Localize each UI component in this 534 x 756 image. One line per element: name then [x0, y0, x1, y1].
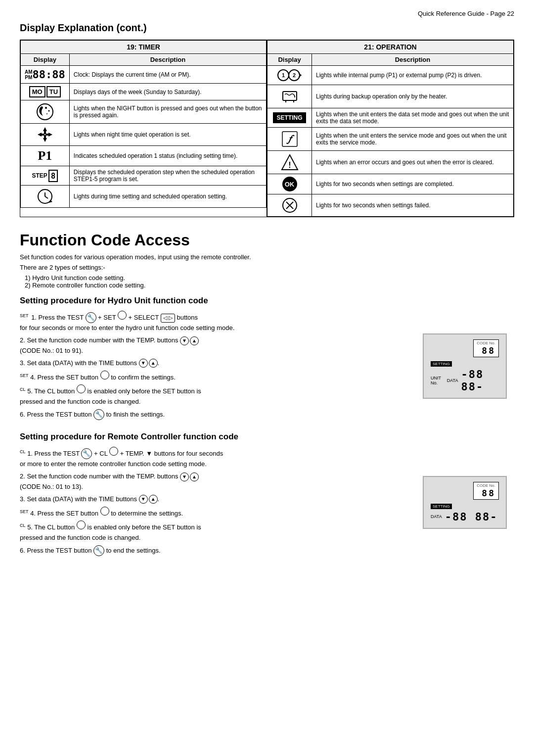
mo-tu-display: MO TU [21, 84, 70, 100]
fca-list-item-2: 2) Remote controller function code setti… [25, 282, 514, 289]
panel-r-code-digits: CODE No. 88 [473, 482, 499, 500]
test-r-btn-icon: 🔧 [81, 448, 92, 459]
fca-intro2: There are 2 types of settings:- [20, 264, 514, 271]
service-description: Lights when the unit enters the service … [312, 128, 514, 151]
panel-r-digits: -88 88- [445, 511, 498, 523]
table-row: SETTING Lights when the unit enters the … [267, 108, 514, 128]
svg-marker-8 [38, 133, 42, 137]
cl-r2-btn-icon [77, 520, 86, 529]
clock-description: Clock: Displays the current time (AM or … [69, 66, 266, 84]
svg-text:𝑓: 𝑓 [286, 133, 295, 144]
set-button-icon [118, 311, 127, 320]
r-setting-label: SETTING [431, 504, 452, 509]
svg-text:2: 2 [292, 72, 295, 78]
p1-description: Indicates scheduled operation 1 status (… [69, 146, 266, 166]
cross-arrows-description: Lights when night time quiet operation i… [69, 124, 266, 146]
svg-point-1 [45, 107, 47, 109]
clock-display: AMPM 88:88 [21, 66, 70, 84]
svg-rect-7 [44, 135, 46, 139]
svg-rect-5 [44, 131, 46, 134]
svg-rect-11 [45, 134, 49, 136]
heater-icon [281, 88, 299, 105]
cl-r-btn-icon [109, 447, 118, 456]
timer-table-title: 19: TIMER [21, 41, 267, 54]
remote-section-title: Setting procedure for Remote Controller … [20, 432, 514, 442]
night-icon-display [21, 100, 70, 124]
svg-marker-10 [48, 133, 52, 137]
table-row: P1 Indicates scheduled operation 1 statu… [21, 146, 267, 166]
remote-step-4: SET 4. Press the SET button to determine… [20, 507, 405, 519]
step-display: STEP 8 [21, 166, 70, 186]
remote-procedure: CL 1. Press the TEST 🔧 + CL + TEMP. ▼ bu… [20, 447, 514, 558]
circle-x-icon [281, 197, 298, 214]
page-header: Quick Reference Guide - Page 22 [20, 10, 514, 17]
temp-down-icon: ▼ ▲ [180, 336, 199, 345]
remote-display-panel: CODE No. 88 SETTING DATA -88 88- [423, 476, 507, 529]
pump-circles-icon: 1 2 [277, 68, 302, 82]
test-button-icon: 🔧 [86, 312, 96, 323]
heater-description: Lights during backup operation only by t… [312, 85, 514, 108]
fca-list: 1) Hydro Unit function code setting. 2) … [25, 274, 514, 289]
temp-r-down-icon: ▼ ▲ [180, 472, 199, 481]
hydro-step-2: 2. Set the function code number with the… [20, 335, 405, 356]
select-arrows-icon: ◁ ▷ [161, 314, 175, 323]
remote-step-3: 3. Set data (DATA) with the TIME buttons… [20, 494, 405, 505]
night-description: Lights when the NIGHT button is pressed … [69, 100, 266, 124]
timer-table: 19: TIMER Display Description AMPM 88:88… [20, 40, 267, 217]
warning-display: ! [267, 151, 312, 174]
panel-unit-row: UNIT No. DATA -88 88- [431, 368, 499, 393]
pump-display: 1 2 [267, 66, 312, 85]
set-r-btn-icon [100, 507, 109, 516]
svg-point-3 [46, 113, 47, 114]
function-code-access-section: Function Code Access Set function codes … [20, 231, 514, 558]
setting-display: SETTING [267, 108, 312, 128]
service-display: 𝑓 [267, 128, 312, 151]
hydro-section-title: Setting procedure for Hydro Unit functio… [20, 296, 514, 306]
cross-arrows-display [21, 124, 70, 146]
fca-intro1: Set function codes for various operation… [20, 253, 514, 261]
remote-step-5: CL 5. The CL button is enabled only befo… [20, 520, 405, 543]
panel-code-row: CODE No. 88 [431, 339, 499, 357]
ok-display: OK [267, 174, 312, 194]
fca-list-item-1: 1) Hydro Unit function code setting. [25, 274, 514, 282]
remote-step-6: 6. Press the TEST button 🔧 to end the se… [20, 545, 405, 556]
remote-step-2: 2. Set the function code number with the… [20, 472, 405, 492]
table-row: 1 2 Lights while internal pump (P1) or e… [267, 66, 514, 85]
hydro-step-5: CL 5. The CL button is enabled only befo… [20, 384, 405, 407]
table-row: Lights for two seconds when settings fai… [267, 194, 514, 217]
timer-col-description: Description [69, 54, 266, 66]
remote-steps: CL 1. Press the TEST 🔧 + CL + TEMP. ▼ bu… [20, 447, 405, 558]
ok-description: Lights for two seconds when settings are… [312, 174, 514, 194]
table-row: Lights during time setting and scheduled… [21, 186, 267, 208]
clock-arrow-description: Lights during time setting and scheduled… [69, 186, 266, 208]
svg-line-14 [45, 196, 48, 198]
hydro-step-1: SET 1. Press the TEST 🔧 + SET + SELECT ◁… [20, 311, 405, 333]
warning-icon: ! [281, 153, 299, 171]
hydro-panel-image: CODE No. 88 SETTING UNIT No. DATA -88 88… [415, 311, 514, 422]
table-row: Lights when night time quiet operation i… [21, 124, 267, 146]
svg-text:!: ! [288, 161, 291, 169]
test-r2-btn-icon: 🔧 [93, 545, 104, 556]
test-button-2-icon: 🔧 [93, 409, 104, 420]
table-row: STEP 8 Displays the scheduled operation … [21, 166, 267, 186]
hydro-steps: SET 1. Press the TEST 🔧 + SET + SELECT ◁… [20, 311, 405, 422]
time-buttons-icon: ▼ ▲ [139, 359, 158, 368]
cl-btn-icon [77, 384, 86, 393]
hydro-display-panel: CODE No. 88 SETTING UNIT No. DATA -88 88… [423, 333, 507, 399]
setting-description: Lights when the unit enters the data set… [312, 108, 514, 128]
display-tables: 19: TIMER Display Description AMPM 88:88… [20, 40, 514, 217]
mo-tu-description: Displays days of the week (Sunday to Sat… [69, 84, 266, 100]
table-row: OK Lights for two seconds when settings … [267, 174, 514, 194]
panel-r-code-row: CODE No. 88 [431, 482, 499, 500]
table-row: Lights when the NIGHT button is pressed … [21, 100, 267, 124]
set-btn-icon [100, 371, 109, 379]
panel-code-digits: CODE No. 88 [473, 339, 499, 357]
hydro-step-3: 3. Set data (DATA) with the TIME buttons… [20, 358, 405, 369]
clock-arrow-display [21, 186, 70, 208]
hydro-step-4: SET 4. Press the SET button to confirm t… [20, 371, 405, 383]
hydro-step-6: 6. Press the TEST button 🔧 to finish the… [20, 409, 405, 420]
svg-marker-6 [43, 138, 47, 142]
cross-arrows-icon [37, 126, 53, 143]
unit-no-label: UNIT No. [431, 376, 444, 385]
svg-marker-4 [43, 127, 47, 131]
